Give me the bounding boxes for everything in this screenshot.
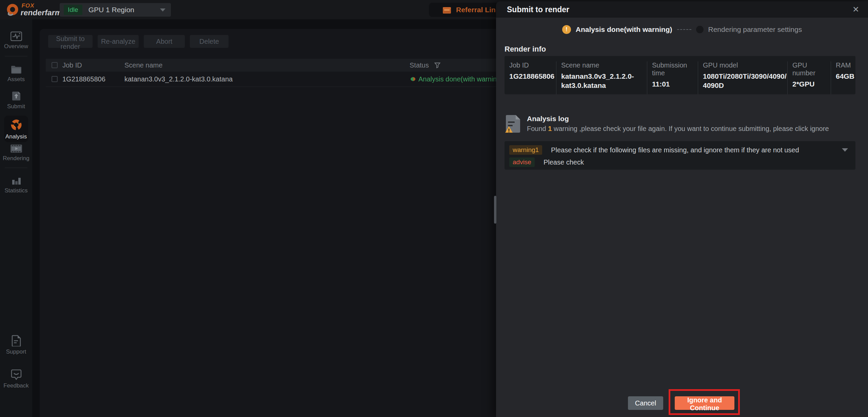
job-toolbar: Submit to render Re-analyze Abort Delete <box>48 35 229 48</box>
scene-name-cell: katanan3.0v3_2.1.2.0-kat3.0.katana <box>124 75 410 83</box>
re-analyze-button[interactable]: Re-analyze <box>98 35 139 48</box>
step-connector <box>677 29 691 30</box>
region-selector[interactable]: Idle GPU 1 Region <box>60 3 171 17</box>
advise-issue-row: advise Please check <box>509 157 851 167</box>
advise-issue-text: Please check <box>544 158 584 166</box>
log-document-warning-icon <box>505 115 521 134</box>
summary-suffix: warning ,please check your file again. I… <box>552 125 829 132</box>
row-checkbox[interactable] <box>52 76 58 82</box>
bar-chart-icon <box>11 176 22 185</box>
fox-logo-icon <box>6 3 19 16</box>
warning-issue-text: Please check if the following files are … <box>551 146 799 154</box>
chevron-down-icon <box>160 8 165 12</box>
info-value-gpu-number: 2*GPU <box>792 79 831 89</box>
sidebar-item-label: Submit <box>0 103 32 110</box>
logo-text-fox: FOX <box>21 3 63 8</box>
feedback-chat-icon <box>11 369 22 380</box>
column-header-status: Status <box>410 61 429 69</box>
step-2-label: Rendering parameter settings <box>708 25 802 34</box>
document-icon <box>11 335 21 346</box>
submit-to-render-panel: Submit to render ✕ ! Analysis done(with … <box>496 1 868 417</box>
advise-badge: advise <box>509 157 535 167</box>
pending-step-icon <box>696 26 704 33</box>
analysis-log-summary: Found 1 warning ,please check your file … <box>527 125 829 133</box>
status-indicator-icon <box>410 77 416 81</box>
step-1-label: Analysis done(with warning) <box>576 25 672 34</box>
info-value-job-id: 1G218865806 <box>509 72 556 81</box>
sidebar-item-analysis[interactable]: Analysis <box>4 116 28 142</box>
abort-button[interactable]: Abort <box>144 35 185 48</box>
sidebar-item-label: Statistics <box>0 187 32 194</box>
panel-title: Submit to render <box>507 1 569 18</box>
sidebar-item-support[interactable]: Support <box>0 335 32 355</box>
info-value-ram: 64GB <box>836 72 855 81</box>
logo-text-renderfarm: renderfarm <box>20 9 62 17</box>
column-header-scene-name: Scene name <box>124 61 410 69</box>
region-selector-value: GPU 1 Region <box>88 6 134 14</box>
info-value-gpu-model: 1080Ti/2080Ti/3090/4090/ 4090D <box>703 72 787 90</box>
sidebar-item-label: Support <box>0 348 32 355</box>
analysis-log-block: Analysis log Found 1 warning ,please che… <box>505 115 829 134</box>
select-all-checkbox[interactable] <box>52 62 58 68</box>
sidebar-divider <box>5 168 27 168</box>
sidebar-item-label: Assets <box>0 76 32 83</box>
vertical-scrollbar[interactable] <box>494 196 496 224</box>
warning-issue-row[interactable]: warning1 Please check if the following f… <box>509 145 851 155</box>
sidebar: Overview Assets Submit Analys <box>0 19 32 417</box>
sidebar-item-assets[interactable]: Assets <box>0 64 32 83</box>
referral-gift-icon <box>442 5 452 15</box>
summary-prefix: Found <box>527 125 548 132</box>
analysis-pie-icon <box>11 119 22 131</box>
render-info-card: Job ID 1G218865806 Scene name katanan3.0… <box>505 56 855 94</box>
sidebar-item-feedback[interactable]: Feedback <box>0 369 32 389</box>
sidebar-item-label: Feedback <box>0 382 32 389</box>
panel-header: Submit to render ✕ <box>496 1 868 18</box>
sidebar-item-rendering[interactable]: Rendering <box>0 144 32 162</box>
info-label-job-id: Job ID <box>509 61 556 69</box>
analysis-log-title: Analysis log <box>527 115 829 123</box>
upload-icon <box>11 91 21 101</box>
warning-step-icon: ! <box>562 25 571 34</box>
activity-icon <box>11 32 22 41</box>
app-window: FOX renderfarm Idle GPU 1 Region Referra… <box>0 0 868 417</box>
panel-body: ! Analysis done(with warning) Rendering … <box>496 18 868 417</box>
render-info-title: Render info <box>505 45 546 54</box>
cancel-button[interactable]: Cancel <box>628 396 663 410</box>
progress-steps: ! Analysis done(with warning) Rendering … <box>496 25 868 34</box>
status-filter-icon[interactable] <box>434 62 440 68</box>
job-id-cell: 1G218865806 <box>62 75 124 83</box>
info-label-submission-time: Submission time <box>652 61 698 77</box>
film-icon <box>10 144 22 153</box>
warning-badge: warning1 <box>509 145 542 155</box>
expand-chevron-icon[interactable] <box>842 148 848 152</box>
close-icon[interactable]: ✕ <box>850 4 861 15</box>
info-label-ram: RAM <box>836 61 855 69</box>
sidebar-item-statistics[interactable]: Statistics <box>0 176 32 194</box>
ignore-and-continue-button[interactable]: Ignore and Continue <box>675 396 734 410</box>
folder-icon <box>11 64 22 74</box>
app-logo: FOX renderfarm <box>6 3 62 17</box>
sidebar-item-label: Analysis <box>4 133 28 140</box>
referral-link-label: Referral Link <box>456 6 499 14</box>
warning-count: 1 <box>548 125 552 132</box>
info-value-scene-name: katanan3.0v3_2.1.2.0- kat3.0.katana <box>561 72 647 90</box>
info-label-gpu-number: GPU number <box>792 61 831 77</box>
info-value-submission-time: 11:01 <box>652 79 698 89</box>
issues-card: warning1 Please check if the following f… <box>505 141 855 170</box>
sidebar-item-label: Rendering <box>0 155 32 162</box>
column-header-job-id: Job ID <box>62 61 124 69</box>
delete-button[interactable]: Delete <box>190 35 229 48</box>
info-label-gpu-model: GPU model <box>703 61 787 69</box>
info-label-scene-name: Scene name <box>561 61 647 69</box>
sidebar-item-submit[interactable]: Submit <box>0 91 32 110</box>
sidebar-divider <box>5 56 27 56</box>
sidebar-item-overview[interactable]: Overview <box>0 32 32 50</box>
status-badge: Idle <box>64 5 82 15</box>
sidebar-item-label: Overview <box>0 43 32 50</box>
status-cell: Analysis done(with warning) <box>418 75 503 83</box>
submit-to-render-button[interactable]: Submit to render <box>48 35 93 48</box>
